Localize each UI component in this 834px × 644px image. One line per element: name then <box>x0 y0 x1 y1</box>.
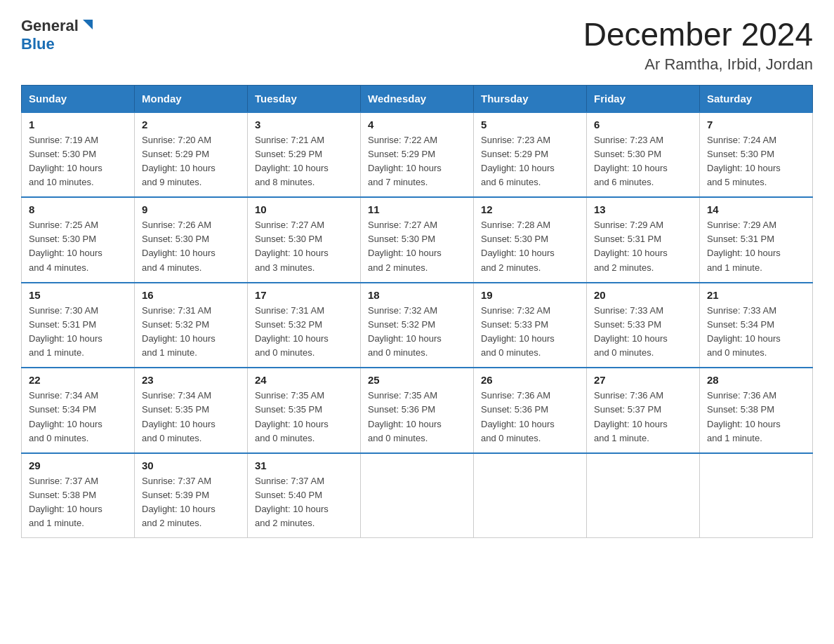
calendar-cell: 21Sunrise: 7:33 AM Sunset: 5:34 PM Dayli… <box>700 283 813 368</box>
day-number: 5 <box>481 119 579 130</box>
day-detail: Sunrise: 7:37 AM Sunset: 5:40 PM Dayligh… <box>255 474 353 531</box>
day-detail: Sunrise: 7:24 AM Sunset: 5:30 PM Dayligh… <box>707 133 805 190</box>
day-number: 4 <box>368 119 466 130</box>
day-number: 1 <box>29 119 127 130</box>
calendar-cell: 17Sunrise: 7:31 AM Sunset: 5:32 PM Dayli… <box>248 283 361 368</box>
day-detail: Sunrise: 7:23 AM Sunset: 5:30 PM Dayligh… <box>594 133 692 190</box>
day-detail: Sunrise: 7:36 AM Sunset: 5:36 PM Dayligh… <box>481 389 579 445</box>
calendar-cell: 16Sunrise: 7:31 AM Sunset: 5:32 PM Dayli… <box>135 283 248 368</box>
day-detail: Sunrise: 7:27 AM Sunset: 5:30 PM Dayligh… <box>368 218 466 275</box>
day-number: 14 <box>707 203 805 215</box>
calendar-week-row: 8Sunrise: 7:25 AM Sunset: 5:30 PM Daylig… <box>22 197 813 283</box>
calendar-cell: 18Sunrise: 7:32 AM Sunset: 5:32 PM Dayli… <box>361 283 474 368</box>
day-number: 16 <box>142 289 240 301</box>
day-number: 26 <box>481 374 579 386</box>
calendar-week-row: 15Sunrise: 7:30 AM Sunset: 5:31 PM Dayli… <box>22 283 813 368</box>
calendar-cell: 31Sunrise: 7:37 AM Sunset: 5:40 PM Dayli… <box>248 453 361 538</box>
calendar-week-row: 22Sunrise: 7:34 AM Sunset: 5:34 PM Dayli… <box>22 368 813 453</box>
calendar-cell: 6Sunrise: 7:23 AM Sunset: 5:30 PM Daylig… <box>587 112 700 198</box>
calendar-cell: 26Sunrise: 7:36 AM Sunset: 5:36 PM Dayli… <box>474 368 587 453</box>
calendar-cell: 22Sunrise: 7:34 AM Sunset: 5:34 PM Dayli… <box>22 368 135 453</box>
day-number: 10 <box>255 203 353 215</box>
day-number: 6 <box>594 119 692 130</box>
day-number: 15 <box>29 289 127 301</box>
calendar-cell: 8Sunrise: 7:25 AM Sunset: 5:30 PM Daylig… <box>22 197 135 283</box>
calendar-cell: 13Sunrise: 7:29 AM Sunset: 5:31 PM Dayli… <box>587 197 700 283</box>
calendar-cell <box>474 453 587 538</box>
day-number: 29 <box>29 459 127 471</box>
day-number: 18 <box>368 289 466 301</box>
day-number: 22 <box>29 374 127 386</box>
day-detail: Sunrise: 7:36 AM Sunset: 5:37 PM Dayligh… <box>594 389 692 445</box>
calendar-cell: 25Sunrise: 7:35 AM Sunset: 5:36 PM Dayli… <box>361 368 474 453</box>
day-detail: Sunrise: 7:22 AM Sunset: 5:29 PM Dayligh… <box>368 133 466 190</box>
calendar-cell: 2Sunrise: 7:20 AM Sunset: 5:29 PM Daylig… <box>135 112 248 198</box>
logo: General Blue <box>21 17 95 53</box>
day-detail: Sunrise: 7:19 AM Sunset: 5:30 PM Dayligh… <box>29 133 127 190</box>
svg-marker-0 <box>83 20 93 29</box>
calendar-cell: 15Sunrise: 7:30 AM Sunset: 5:31 PM Dayli… <box>22 283 135 368</box>
calendar-cell: 19Sunrise: 7:32 AM Sunset: 5:33 PM Dayli… <box>474 283 587 368</box>
day-number: 3 <box>255 119 353 130</box>
day-number: 23 <box>142 374 240 386</box>
calendar-cell <box>361 453 474 538</box>
header-monday: Monday <box>135 85 248 112</box>
day-number: 20 <box>594 289 692 301</box>
day-detail: Sunrise: 7:34 AM Sunset: 5:34 PM Dayligh… <box>29 389 127 445</box>
day-detail: Sunrise: 7:25 AM Sunset: 5:30 PM Dayligh… <box>29 218 127 275</box>
calendar-cell: 9Sunrise: 7:26 AM Sunset: 5:30 PM Daylig… <box>135 197 248 283</box>
calendar-cell: 28Sunrise: 7:36 AM Sunset: 5:38 PM Dayli… <box>700 368 813 453</box>
day-number: 21 <box>707 289 805 301</box>
page-subtitle: Ar Ramtha, Irbid, Jordan <box>583 55 813 74</box>
day-number: 2 <box>142 119 240 130</box>
calendar-cell: 27Sunrise: 7:36 AM Sunset: 5:37 PM Dayli… <box>587 368 700 453</box>
calendar-cell: 4Sunrise: 7:22 AM Sunset: 5:29 PM Daylig… <box>361 112 474 198</box>
calendar-cell <box>700 453 813 538</box>
calendar-cell: 30Sunrise: 7:37 AM Sunset: 5:39 PM Dayli… <box>135 453 248 538</box>
calendar-cell: 14Sunrise: 7:29 AM Sunset: 5:31 PM Dayli… <box>700 197 813 283</box>
day-detail: Sunrise: 7:33 AM Sunset: 5:34 PM Dayligh… <box>707 304 805 361</box>
day-number: 24 <box>255 374 353 386</box>
day-detail: Sunrise: 7:28 AM Sunset: 5:30 PM Dayligh… <box>481 218 579 275</box>
day-detail: Sunrise: 7:20 AM Sunset: 5:29 PM Dayligh… <box>142 133 240 190</box>
day-number: 19 <box>481 289 579 301</box>
calendar-cell: 24Sunrise: 7:35 AM Sunset: 5:35 PM Dayli… <box>248 368 361 453</box>
calendar-cell: 20Sunrise: 7:33 AM Sunset: 5:33 PM Dayli… <box>587 283 700 368</box>
day-detail: Sunrise: 7:29 AM Sunset: 5:31 PM Dayligh… <box>707 218 805 275</box>
title-block: December 2024 Ar Ramtha, Irbid, Jordan <box>583 17 813 74</box>
day-number: 17 <box>255 289 353 301</box>
calendar-cell: 7Sunrise: 7:24 AM Sunset: 5:30 PM Daylig… <box>700 112 813 198</box>
day-number: 28 <box>707 374 805 386</box>
day-number: 12 <box>481 203 579 215</box>
header-thursday: Thursday <box>474 85 587 112</box>
logo-blue: Blue <box>21 35 55 53</box>
page-title: December 2024 <box>583 17 813 53</box>
day-number: 27 <box>594 374 692 386</box>
calendar-cell: 12Sunrise: 7:28 AM Sunset: 5:30 PM Dayli… <box>474 197 587 283</box>
day-number: 13 <box>594 203 692 215</box>
calendar-header-row: SundayMondayTuesdayWednesdayThursdayFrid… <box>22 85 813 112</box>
header-friday: Friday <box>587 85 700 112</box>
day-number: 11 <box>368 203 466 215</box>
day-number: 31 <box>255 459 353 471</box>
header-tuesday: Tuesday <box>248 85 361 112</box>
calendar-cell <box>587 453 700 538</box>
calendar-cell: 29Sunrise: 7:37 AM Sunset: 5:38 PM Dayli… <box>22 453 135 538</box>
day-detail: Sunrise: 7:35 AM Sunset: 5:36 PM Dayligh… <box>368 389 466 445</box>
page-header: General Blue December 2024 Ar Ramtha, Ir… <box>21 17 813 74</box>
logo-general: General <box>21 17 79 35</box>
day-detail: Sunrise: 7:33 AM Sunset: 5:33 PM Dayligh… <box>594 304 692 361</box>
calendar-week-row: 29Sunrise: 7:37 AM Sunset: 5:38 PM Dayli… <box>22 453 813 538</box>
header-saturday: Saturday <box>700 85 813 112</box>
day-number: 7 <box>707 119 805 130</box>
day-detail: Sunrise: 7:31 AM Sunset: 5:32 PM Dayligh… <box>142 304 240 361</box>
day-detail: Sunrise: 7:32 AM Sunset: 5:32 PM Dayligh… <box>368 304 466 361</box>
day-detail: Sunrise: 7:26 AM Sunset: 5:30 PM Dayligh… <box>142 218 240 275</box>
calendar-cell: 5Sunrise: 7:23 AM Sunset: 5:29 PM Daylig… <box>474 112 587 198</box>
day-detail: Sunrise: 7:30 AM Sunset: 5:31 PM Dayligh… <box>29 304 127 361</box>
calendar-week-row: 1Sunrise: 7:19 AM Sunset: 5:30 PM Daylig… <box>22 112 813 198</box>
day-number: 9 <box>142 203 240 215</box>
day-detail: Sunrise: 7:29 AM Sunset: 5:31 PM Dayligh… <box>594 218 692 275</box>
day-detail: Sunrise: 7:34 AM Sunset: 5:35 PM Dayligh… <box>142 389 240 445</box>
day-detail: Sunrise: 7:37 AM Sunset: 5:39 PM Dayligh… <box>142 474 240 531</box>
